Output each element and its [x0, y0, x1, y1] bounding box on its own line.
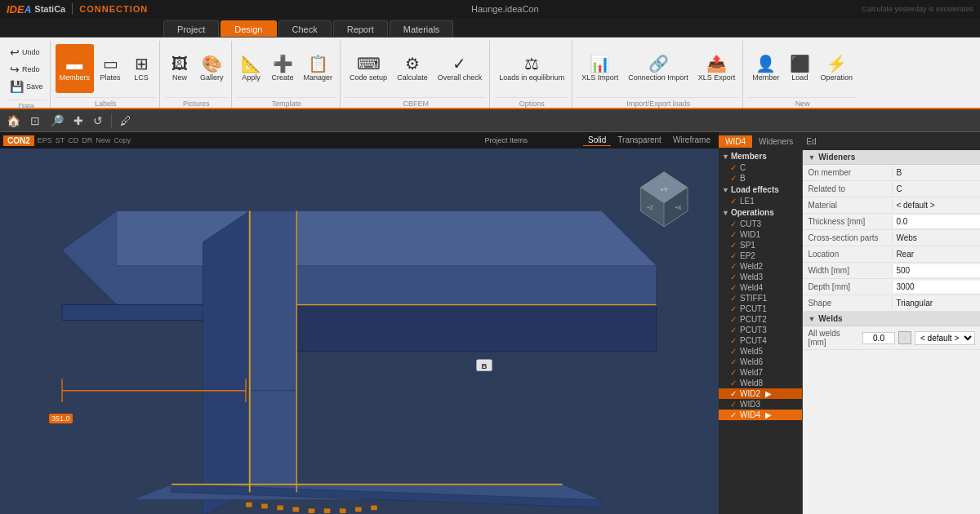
- tree-item-EP2[interactable]: ✓ EP2: [719, 250, 802, 261]
- tree-item-PCUT4[interactable]: ✓ PCUT4: [719, 335, 802, 346]
- weld-material-select[interactable]: < default >: [915, 331, 975, 345]
- tree-item-PCUT3[interactable]: ✓ PCUT3: [719, 325, 802, 335]
- tree-item-WID3[interactable]: ✓ WID3: [719, 399, 802, 410]
- tree-item-WID2[interactable]: ✓ WID2 ▶: [719, 388, 802, 399]
- overall-check-button[interactable]: ✓ Overall check: [434, 44, 487, 93]
- thickness-value[interactable]: [893, 215, 980, 228]
- tree-item-Weld8[interactable]: ✓ Weld8: [719, 378, 802, 388]
- thickness-input[interactable]: [896, 217, 977, 226]
- save-button[interactable]: 💾 Save: [7, 78, 47, 95]
- zoom-button[interactable]: 🔎: [47, 113, 67, 129]
- plates-button[interactable]: ▭ Plates: [96, 44, 125, 93]
- tree-item-PCUT1[interactable]: ✓ PCUT1: [719, 304, 802, 314]
- tree-item-SP1[interactable]: ✓ SP1: [719, 240, 802, 250]
- width-input[interactable]: [896, 266, 977, 275]
- calculate-button[interactable]: ⚙ Calculate: [393, 44, 432, 93]
- tab-project[interactable]: Project: [163, 20, 219, 37]
- new-operation-button[interactable]: ⚡ Operation: [816, 44, 857, 93]
- WID2-label: WID2: [740, 389, 760, 398]
- svg-marker-2: [117, 211, 657, 266]
- manager-button[interactable]: 📋 Manager: [300, 44, 337, 93]
- tree-item-Weld4[interactable]: ✓ Weld4: [719, 282, 802, 293]
- new-member-button[interactable]: 👤 Member: [748, 44, 783, 93]
- tree-item-Weld2[interactable]: ✓ Weld2: [719, 261, 802, 272]
- tree-load-effects-header[interactable]: ▼ Load effects: [719, 184, 802, 196]
- on-member-value[interactable]: B: [893, 166, 980, 179]
- code-setup-icon: ⌨: [357, 55, 381, 72]
- rpanel-tab-wideners[interactable]: Wideners: [752, 135, 800, 148]
- redo-button[interactable]: ↪ Redo: [7, 61, 47, 78]
- xls-import-button[interactable]: 📊 XLS Import: [577, 44, 622, 93]
- prop-depth: Depth [mm]: [803, 279, 980, 295]
- material-value[interactable]: < default >: [893, 199, 980, 211]
- new-load-button[interactable]: ⬛ Load: [785, 44, 814, 93]
- tree-item-STIFF1[interactable]: ✓ STIFF1: [719, 293, 802, 304]
- svg-rect-13: [292, 507, 299, 512]
- tree-item-WID4[interactable]: ✓ WID4 ▶: [719, 410, 802, 420]
- new-picture-button[interactable]: 🖼 New: [165, 44, 194, 93]
- tree-item-WID1[interactable]: ✓ WID1: [719, 229, 802, 240]
- tree-item-C[interactable]: ✓ C: [719, 162, 802, 173]
- tree-members-header[interactable]: ▼ Members: [719, 150, 802, 162]
- material-label: Material: [803, 199, 893, 211]
- svg-text:+Z: +Z: [647, 205, 653, 210]
- viewport[interactable]: CON2 EPS ST CD DR New Copy Project Items…: [0, 132, 719, 514]
- code-setup-button[interactable]: ⌨ Code setup: [345, 44, 391, 93]
- tree-item-Weld6[interactable]: ✓ Weld6: [719, 357, 802, 367]
- viewmode-transparent[interactable]: Transparent: [612, 135, 666, 146]
- lcs-label: LCS: [134, 73, 149, 82]
- rotate-button[interactable]: ↺: [90, 113, 106, 129]
- tree-item-Weld5[interactable]: ✓ Weld5: [719, 346, 802, 357]
- location-value[interactable]: Rear: [893, 248, 980, 260]
- gallery-button[interactable]: 🎨 Gallery: [196, 44, 228, 93]
- members-button[interactable]: ▬ Members: [56, 44, 95, 93]
- welds-section-header[interactable]: ▼ Welds: [803, 312, 980, 326]
- home-button[interactable]: 🏠: [3, 113, 24, 129]
- tab-report[interactable]: Report: [333, 20, 388, 37]
- tab-check[interactable]: Check: [278, 20, 332, 37]
- fit-view-button[interactable]: ⊡: [27, 113, 43, 129]
- shape-label: Shape: [803, 297, 893, 309]
- check-Weld5: ✓: [730, 347, 737, 356]
- tab-design[interactable]: Design: [220, 20, 276, 37]
- xls-export-button[interactable]: 📤 XLS Export: [694, 44, 740, 93]
- weld-increment-btn[interactable]: +: [898, 331, 911, 344]
- weld-all-row: All welds [mm] + < default >: [803, 326, 980, 350]
- tree-operations-header[interactable]: ▼ Operations: [719, 206, 802, 219]
- tree-item-LE1[interactable]: ✓ LE1: [719, 196, 802, 206]
- lcs-button[interactable]: ⊞ LCS: [127, 44, 156, 93]
- width-value[interactable]: [893, 264, 980, 277]
- check-Weld2: ✓: [730, 262, 737, 271]
- cross-section-value[interactable]: Webs: [893, 232, 980, 244]
- connection-import-button[interactable]: 🔗 Connection Import: [624, 44, 693, 93]
- viewmode-solid[interactable]: Solid: [583, 135, 611, 146]
- xls-export-icon: 📤: [706, 55, 727, 72]
- pan-button[interactable]: ✚: [70, 113, 87, 129]
- related-to-value[interactable]: C: [893, 183, 980, 195]
- undo-button[interactable]: ↩ Undo: [7, 44, 47, 60]
- all-welds-input[interactable]: [862, 332, 895, 344]
- tree-item-CUT3[interactable]: ✓ CUT3: [719, 219, 802, 229]
- loads-equilibrium-button[interactable]: ⚖ Loads in equilibrium: [495, 44, 568, 93]
- tree-item-Weld3[interactable]: ✓ Weld3: [719, 272, 802, 282]
- svg-rect-10: [246, 503, 252, 507]
- shape-value[interactable]: Triangular: [893, 297, 980, 309]
- tree-item-B[interactable]: ✓ B: [719, 173, 802, 184]
- rpanel-tab-wid4[interactable]: WID4: [719, 135, 752, 148]
- tree-item-PCUT2[interactable]: ✓ PCUT2: [719, 314, 802, 325]
- tree-item-Weld7[interactable]: ✓ Weld7: [719, 367, 802, 378]
- draw-button[interactable]: 🖊: [117, 113, 135, 129]
- PCUT4-label: PCUT4: [740, 336, 767, 345]
- create-button[interactable]: ➕ Create: [268, 44, 298, 93]
- tab-materials[interactable]: Materials: [390, 20, 454, 37]
- apply-button[interactable]: 📐 Apply: [237, 44, 266, 93]
- undo-icon: ↩: [10, 46, 20, 59]
- Weld6-label: Weld6: [740, 357, 763, 366]
- depth-input[interactable]: [896, 282, 977, 291]
- viewmode-wireframe[interactable]: Wireframe: [668, 135, 715, 146]
- create-icon: ➕: [273, 55, 293, 72]
- app-slogan: Calculate yesterday is excelerates: [862, 5, 973, 13]
- depth-value[interactable]: [893, 281, 980, 293]
- rpanel-tab-edit[interactable]: Ed: [800, 135, 822, 148]
- wideners-section-header[interactable]: ▼ Wideners: [803, 150, 980, 165]
